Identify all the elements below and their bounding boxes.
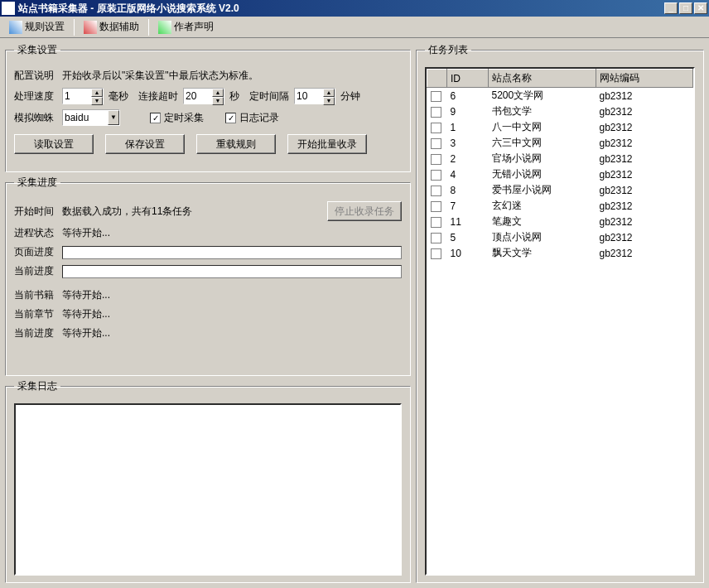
start-batch-button[interactable]: 开始批量收录 — [287, 134, 367, 154]
table-row[interactable]: 65200文学网gb2312 — [427, 88, 693, 104]
col-id[interactable]: ID — [447, 70, 489, 88]
cell-encoding: gb2312 — [596, 104, 693, 119]
collection-log-group: 采集日志 — [5, 379, 411, 583]
spin-down-icon[interactable]: ▼ — [212, 97, 224, 105]
cell-encoding: gb2312 — [596, 119, 693, 135]
toolbar-rule-settings[interactable]: 规则设置 — [3, 18, 70, 36]
cell-name: 六三中文网 — [489, 135, 596, 151]
author-icon — [158, 21, 171, 34]
close-button[interactable]: ✕ — [694, 2, 707, 14]
chapter-text: 等待开始... — [62, 307, 110, 321]
start-time-text: 数据载入成功，共有11条任务 — [62, 205, 322, 219]
row-checkbox[interactable] — [431, 107, 441, 118]
progress-legend: 采集进度 — [14, 176, 60, 190]
cell-name: 书包文学 — [489, 104, 596, 119]
collection-progress-group: 采集进度 开始时间 数据载入成功，共有11条任务 停止收录任务 进程状态 等待开… — [5, 176, 411, 376]
row-checkbox[interactable] — [431, 123, 441, 133]
speed-unit: 毫秒 — [109, 89, 128, 104]
col-encoding[interactable]: 网站编码 — [596, 70, 693, 88]
row-checkbox[interactable] — [431, 138, 441, 149]
spider-combo[interactable]: ▼ — [62, 109, 120, 126]
timeout-input[interactable] — [184, 89, 212, 104]
stop-collect-button: 停止收录任务 — [327, 201, 402, 221]
table-row[interactable]: 4无错小说网gb2312 — [427, 166, 693, 182]
window-title: 站点书籍采集器 - 原装正版网络小说搜索系统 V2.0 — [18, 2, 664, 16]
log-record-checkbox[interactable]: ✓ 日志记录 — [225, 111, 279, 125]
timed-collect-checkbox[interactable]: ✓ 定时采集 — [150, 111, 204, 125]
row-checkbox[interactable] — [431, 248, 441, 259]
table-row[interactable]: 1八一中文网gb2312 — [427, 119, 693, 135]
col-checkbox[interactable] — [427, 70, 447, 88]
minimize-button[interactable]: _ — [664, 2, 678, 14]
reload-rules-button[interactable]: 重载规则 — [196, 134, 276, 154]
log-legend: 采集日志 — [14, 379, 60, 393]
interval-input[interactable] — [295, 89, 323, 104]
chevron-down-icon[interactable]: ▼ — [108, 110, 119, 125]
spin-up-icon[interactable]: ▲ — [212, 89, 224, 97]
cell-encoding: gb2312 — [596, 135, 693, 151]
status-text: 等待开始... — [62, 226, 110, 240]
row-checkbox[interactable] — [431, 233, 441, 243]
table-row[interactable]: 11笔趣文gb2312 — [427, 214, 693, 229]
save-settings-button[interactable]: 保存设置 — [105, 134, 185, 154]
page-progress-label: 页面进度 — [14, 245, 57, 259]
table-row[interactable]: 10飘天文学gb2312 — [427, 245, 693, 261]
cell-id: 5 — [447, 229, 489, 245]
window-titlebar: 站点书籍采集器 - 原装正版网络小说搜索系统 V2.0 _ □ ✕ — [0, 0, 709, 17]
col-name[interactable]: 站点名称 — [489, 70, 596, 88]
toolbar-separator — [74, 19, 75, 36]
row-checkbox[interactable] — [431, 170, 441, 181]
table-row[interactable]: 9书包文学gb2312 — [427, 104, 693, 119]
read-settings-button[interactable]: 读取设置 — [14, 134, 94, 154]
row-checkbox[interactable] — [431, 91, 441, 102]
row-checkbox[interactable] — [431, 186, 441, 196]
toolbar-author-note[interactable]: 作者声明 — [152, 18, 219, 36]
cell-id: 4 — [447, 166, 489, 182]
table-row[interactable]: 2官场小说网gb2312 — [427, 151, 693, 166]
checkbox-icon: ✓ — [225, 113, 236, 123]
task-table-container[interactable]: ID 站点名称 网站编码 65200文学网gb23129书包文学gb23121八… — [425, 67, 695, 576]
cell-id: 11 — [447, 214, 489, 229]
cell-name: 5200文学网 — [489, 88, 596, 104]
maximize-button[interactable]: □ — [679, 2, 692, 14]
cell-name: 顶点小说网 — [489, 229, 596, 245]
table-row[interactable]: 3六三中文网gb2312 — [427, 135, 693, 151]
cell-id: 10 — [447, 245, 489, 261]
start-time-label: 开始时间 — [14, 205, 57, 219]
spin-up-icon[interactable]: ▲ — [323, 89, 335, 97]
table-row[interactable]: 8爱书屋小说网gb2312 — [427, 182, 693, 198]
cell-encoding: gb2312 — [596, 151, 693, 166]
table-row[interactable]: 7玄幻迷gb2312 — [427, 198, 693, 214]
spin-up-icon[interactable]: ▲ — [91, 89, 103, 97]
spider-input[interactable] — [63, 110, 108, 125]
cell-encoding: gb2312 — [596, 229, 693, 245]
spin-down-icon[interactable]: ▼ — [323, 97, 335, 105]
current-progress-label: 当前进度 — [14, 264, 57, 278]
app-icon — [2, 2, 15, 15]
cell-name: 无错小说网 — [489, 166, 596, 182]
row-checkbox[interactable] — [431, 154, 441, 165]
speed-input[interactable] — [63, 89, 91, 104]
cell-id: 6 — [447, 88, 489, 104]
tasks-legend: 任务列表 — [425, 43, 471, 57]
checkbox-label: 定时采集 — [164, 111, 204, 125]
speed-spinner[interactable]: ▲▼ — [62, 88, 104, 104]
spin-down-icon[interactable]: ▼ — [91, 97, 103, 105]
cell-encoding: gb2312 — [596, 245, 693, 261]
row-checkbox[interactable] — [431, 217, 441, 228]
speed-label: 处理速度 — [14, 89, 57, 104]
interval-spinner[interactable]: ▲▼ — [294, 88, 335, 104]
curprog-label: 当前进度 — [14, 326, 57, 340]
settings-legend: 采集设置 — [14, 43, 60, 57]
toolbar-data-assist[interactable]: 数据辅助 — [78, 18, 145, 36]
interval-unit: 分钟 — [340, 89, 360, 104]
task-table: ID 站点名称 网站编码 65200文学网gb23129书包文学gb23121八… — [427, 69, 693, 261]
cell-id: 8 — [447, 182, 489, 198]
table-row[interactable]: 5顶点小说网gb2312 — [427, 229, 693, 245]
timeout-spinner[interactable]: ▲▼ — [183, 88, 224, 104]
cell-name: 飘天文学 — [489, 245, 596, 261]
current-progress-bar — [62, 265, 402, 278]
row-checkbox[interactable] — [431, 201, 441, 212]
log-textarea[interactable] — [14, 403, 402, 576]
toolbar-label: 规则设置 — [25, 20, 65, 34]
